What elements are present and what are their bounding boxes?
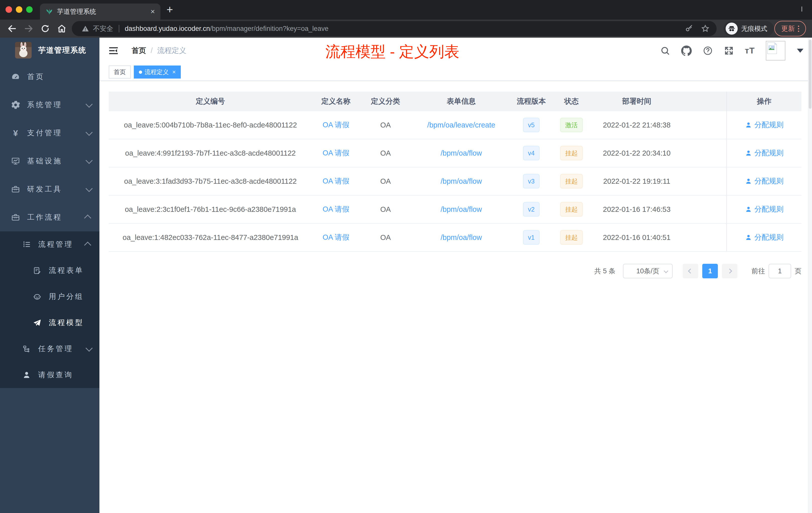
kebab-menu-icon[interactable]: [798, 26, 799, 32]
fullscreen-icon[interactable]: [724, 46, 734, 56]
sidebar-item-home[interactable]: 首页: [0, 63, 99, 91]
table-row: oa_leave:2:3c1f0ef1-76b1-11ec-9c66-a2380…: [109, 195, 802, 223]
forward-icon[interactable]: [24, 24, 34, 34]
breadcrumb-home[interactable]: 首页: [132, 46, 146, 56]
column-header: 流程版本: [511, 96, 551, 107]
browser-toolbar: 不安全 dashboard.yudao.iocoder.cn/bpm/manag…: [0, 20, 812, 38]
reload-icon[interactable]: [40, 24, 50, 34]
tag-process-definition[interactable]: 流程定义 ×: [134, 65, 181, 79]
github-icon[interactable]: [681, 46, 692, 56]
scrollbar[interactable]: [808, 38, 812, 513]
sidebar-item-dev-tools[interactable]: 研发工具: [0, 175, 99, 203]
key-icon[interactable]: [685, 24, 694, 33]
url-domain[interactable]: dashboard.yudao.iocoder.cn: [125, 25, 210, 33]
navbar-actions: тT: [660, 38, 804, 63]
font-size-icon[interactable]: тT: [745, 46, 755, 56]
form-link[interactable]: /bpm/oa/flow: [441, 233, 482, 242]
column-header: 状态: [551, 96, 591, 107]
goto-label: 前往: [752, 267, 765, 276]
next-page-button[interactable]: [722, 264, 737, 278]
definition-name-link[interactable]: OA 请假: [323, 120, 349, 130]
form-link[interactable]: /bpm/oa/flow: [441, 205, 482, 214]
paper-plane-icon: [32, 319, 42, 327]
page-number-button[interactable]: 1: [702, 264, 718, 278]
sidebar-item-label: 流程模型: [49, 318, 84, 328]
assign-rule-button[interactable]: 分配规则: [745, 204, 784, 214]
page-size-select[interactable]: 10条/页: [623, 264, 673, 278]
form-link[interactable]: /bpm/oa/leave/create: [427, 121, 495, 129]
sidebar-item-system[interactable]: 系统管理: [0, 91, 99, 119]
prev-page-button[interactable]: [683, 264, 698, 278]
version-badge: v5: [523, 118, 540, 132]
sidebar-item-label: 支付管理: [27, 128, 62, 138]
avatar-caret-icon[interactable]: [797, 49, 804, 53]
browser-tab[interactable]: 芋道管理系统 ×: [40, 3, 161, 20]
breadcrumb: 首页 / 流程定义: [132, 46, 186, 56]
collapse-sidebar-icon[interactable]: [109, 46, 118, 56]
deploy-time: 2022-01-22 20:34:10: [591, 149, 682, 157]
table-row: oa_leave:4:991f2193-7b7f-11ec-a3c8-acde4…: [109, 139, 802, 168]
sidebar-item-process-form[interactable]: 流程表单: [0, 258, 99, 283]
update-button[interactable]: 更新: [774, 21, 806, 36]
chevron-down-icon: [664, 269, 668, 273]
tab-strip: 芋道管理系统 × +: [0, 0, 812, 20]
close-window-icon[interactable]: [5, 6, 12, 13]
sidebar-item-payment[interactable]: ¥ 支付管理: [0, 119, 99, 147]
version-badge: v4: [523, 146, 540, 160]
definition-table: 定义编号 定义名称 定义分类 表单信息 流程版本 状态 部署时间 操作 oa_l…: [109, 92, 802, 252]
security-label[interactable]: 不安全: [93, 24, 113, 33]
assign-rule-button[interactable]: 分配规则: [745, 176, 784, 186]
form-link[interactable]: /bpm/oa/flow: [441, 177, 482, 185]
sidebar-item-process-model[interactable]: 流程模型: [0, 310, 99, 336]
help-icon[interactable]: [703, 46, 713, 56]
address-bar[interactable]: 不安全 dashboard.yudao.iocoder.cn/bpm/manag…: [72, 21, 717, 36]
home-icon[interactable]: [57, 24, 67, 34]
sidebar-item-leave-query[interactable]: 请假查询: [0, 362, 99, 388]
sidebar-item-workflow[interactable]: 工作流程: [0, 203, 99, 232]
definition-name-link[interactable]: OA 请假: [323, 176, 349, 186]
new-tab-button[interactable]: +: [163, 2, 177, 17]
sidebar-item-infrastructure[interactable]: 基础设施: [0, 147, 99, 175]
scrollbar-thumb[interactable]: [809, 40, 812, 109]
assign-rule-button[interactable]: 分配规则: [745, 233, 784, 242]
tags-view: 首页 流程定义 ×: [99, 63, 812, 81]
user-group-icon: [32, 292, 42, 301]
form-link[interactable]: /bpm/oa/flow: [441, 149, 482, 157]
tab-search-icon[interactable]: [802, 6, 808, 10]
app-logo-row[interactable]: 芋道管理系统: [0, 38, 99, 63]
assign-rule-button[interactable]: 分配规则: [745, 148, 784, 158]
assign-rule-button[interactable]: 分配规则: [745, 120, 784, 130]
tag-close-icon[interactable]: ×: [172, 68, 176, 76]
tag-home[interactable]: 首页: [109, 65, 131, 79]
star-icon[interactable]: [701, 24, 709, 33]
sidebar-item-label: 请假查询: [38, 370, 73, 380]
minimize-window-icon[interactable]: [16, 6, 22, 13]
version-badge: v3: [523, 174, 540, 188]
goto-page-input[interactable]: 1: [768, 264, 791, 278]
definition-id: oa_leave:1:482ec033-762a-11ec-8477-a2380…: [109, 233, 312, 242]
pagination-total: 共 5 条: [594, 267, 615, 276]
sidebar-item-label: 流程管理: [38, 239, 73, 249]
tab-close-icon[interactable]: ×: [150, 8, 155, 15]
sidebar-item-process-management[interactable]: 流程管理: [0, 232, 99, 258]
sidebar-item-user-group[interactable]: 用户分组: [0, 283, 99, 310]
toolbox-icon: [10, 213, 21, 222]
url-path[interactable]: /bpm/manager/definition?key=oa_leave: [210, 25, 328, 33]
sidebar-item-task-management[interactable]: 任务管理: [0, 336, 99, 362]
breadcrumb-separator: /: [151, 47, 153, 55]
column-header: 定义编号: [109, 96, 312, 107]
definition-name-link[interactable]: OA 请假: [323, 233, 349, 242]
search-icon[interactable]: [660, 46, 670, 56]
warning-icon: [81, 25, 89, 33]
definition-name-link[interactable]: OA 请假: [323, 204, 349, 214]
form-icon: [32, 266, 42, 275]
workflow-submenu: 流程管理 流程表单 用户分组: [0, 232, 99, 388]
version-badge: v1: [523, 230, 540, 245]
back-icon[interactable]: [7, 24, 17, 34]
deploy-time: 2022-01-16 17:46:53: [591, 205, 682, 214]
app-title: 芋道管理系统: [38, 45, 86, 56]
definition-name-link[interactable]: OA 请假: [323, 148, 349, 158]
column-header: 定义分类: [360, 96, 411, 107]
avatar[interactable]: [766, 41, 785, 60]
zoom-window-icon[interactable]: [26, 6, 33, 13]
